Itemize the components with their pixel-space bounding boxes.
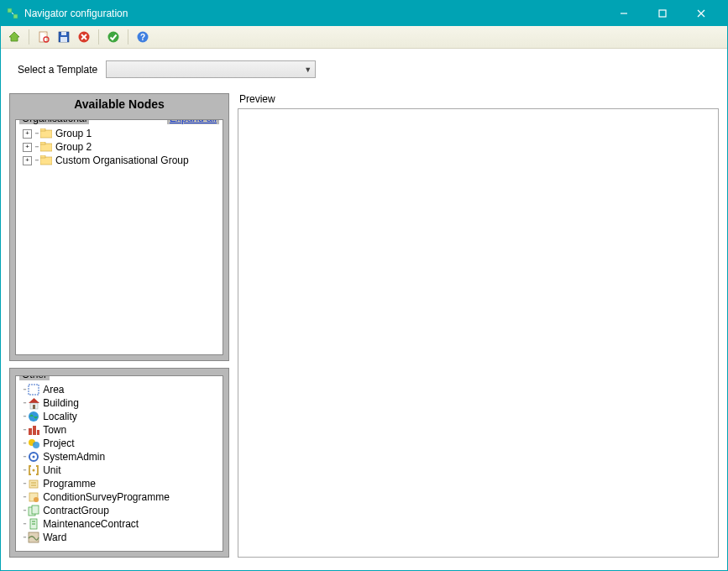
tree-node-label: Area	[43, 383, 64, 396]
svg-point-36	[33, 456, 35, 458]
svg-rect-44	[32, 506, 39, 514]
svg-rect-30	[29, 428, 32, 435]
preview-pane	[238, 108, 719, 558]
new-file-icon	[37, 30, 50, 44]
template-select[interactable]: ▼	[106, 60, 316, 78]
expand-toggle[interactable]: +	[23, 129, 32, 139]
other-panel: Other ···· Area ···· Buildi	[9, 368, 229, 558]
delete-icon	[77, 30, 91, 44]
svg-point-34	[33, 442, 39, 448]
organisational-group: Organisational Expand all + ····· Group …	[15, 119, 223, 355]
new-button[interactable]	[35, 29, 52, 45]
save-icon	[57, 30, 71, 44]
tree-node-label: Ward	[43, 531, 66, 544]
tree-node-label: Group 2	[55, 140, 92, 154]
tree-connector: ·····	[34, 140, 38, 154]
tree-node-label: Custom Organisational Group	[55, 154, 189, 167]
separator	[98, 29, 99, 45]
tree-connector: ····	[23, 396, 25, 410]
tree-node[interactable]: ···· SystemAdmin	[19, 450, 219, 464]
template-row: Select a Template ▼	[1, 49, 727, 86]
other-group: Other ···· Area ···· Buildi	[15, 375, 223, 552]
svg-rect-23	[40, 157, 52, 165]
check-icon	[107, 30, 120, 44]
area-icon	[27, 383, 40, 396]
tree-node-label: Group 1	[55, 127, 92, 140]
tree-connector: ····	[23, 464, 25, 477]
tree-connector: ····	[23, 437, 25, 450]
tree-connector: ····	[23, 410, 25, 423]
titlebar: Navigator configuration	[1, 1, 727, 26]
tree-node[interactable]: ···· Programme	[19, 477, 219, 490]
tree-node-label: Unit	[43, 464, 60, 477]
tree-node-label: Programme	[43, 477, 96, 490]
svg-rect-12	[60, 37, 67, 42]
svg-rect-1	[13, 14, 18, 18]
expand-toggle[interactable]: +	[23, 143, 32, 152]
separator	[29, 29, 29, 45]
folder-icon	[39, 140, 53, 154]
contract-icon	[27, 517, 40, 531]
tree-node[interactable]: ···· Locality	[19, 410, 219, 423]
expand-toggle[interactable]: +	[23, 156, 32, 165]
tree-node[interactable]: ···· ConditionSurveyProgramme	[19, 490, 219, 504]
tree-node[interactable]: ···· ContractGroup	[19, 504, 219, 517]
tree-node[interactable]: ···· Building	[19, 396, 219, 410]
svg-marker-26	[29, 398, 39, 403]
close-button[interactable]	[682, 1, 720, 26]
help-button[interactable]: ?	[134, 29, 151, 45]
other-tree: ···· Area ···· Building ··	[19, 383, 219, 544]
tree-node-label: Project	[43, 437, 74, 450]
tree-node[interactable]: + ····· Group 1	[19, 127, 219, 140]
tree-node[interactable]: ···· Area	[19, 383, 219, 396]
svg-rect-21	[40, 144, 52, 151]
svg-marker-7	[9, 32, 19, 41]
tree-node[interactable]: ···· Town	[19, 423, 219, 437]
svg-text:?: ?	[140, 33, 145, 42]
available-nodes-header: Available Nodes	[15, 96, 223, 114]
house-icon	[27, 396, 40, 410]
globe-icon	[27, 410, 40, 423]
delete-button[interactable]	[76, 29, 92, 45]
svg-rect-25	[29, 385, 39, 395]
app-icon	[6, 7, 19, 20]
window-title: Navigator configuration	[24, 8, 605, 19]
svg-line-2	[12, 13, 13, 14]
tree-node-label: MaintenanceContract	[43, 517, 139, 531]
minimize-button[interactable]	[605, 1, 643, 26]
home-button[interactable]	[6, 29, 23, 45]
svg-point-37	[33, 469, 35, 472]
maximize-button[interactable]	[643, 1, 682, 26]
tree-connector: ····	[23, 383, 25, 396]
tree-connector: ····	[23, 504, 25, 517]
save-button[interactable]	[55, 29, 72, 45]
svg-rect-31	[33, 426, 36, 435]
other-label: Other	[19, 375, 50, 380]
tree-node-label: Locality	[43, 410, 77, 423]
tree-node[interactable]: + ····· Custom Organisational Group	[19, 154, 219, 167]
gear-icon	[27, 450, 40, 464]
expand-all-link[interactable]: Expand all	[167, 119, 219, 124]
project-icon	[27, 437, 40, 450]
svg-rect-22	[40, 142, 45, 144]
tree-connector: ····	[23, 531, 25, 544]
svg-rect-28	[33, 405, 35, 409]
contract-group-icon	[27, 504, 40, 517]
tree-node[interactable]: ···· Ward	[19, 531, 219, 544]
tree-connector: ····	[23, 477, 25, 490]
apply-button[interactable]	[105, 29, 122, 45]
folder-icon	[39, 154, 53, 167]
tree-node-label: Town	[43, 423, 66, 437]
available-nodes-panel: Available Nodes Organisational Expand al…	[9, 93, 229, 361]
tree-node[interactable]: ···· Project	[19, 437, 219, 450]
tree-node[interactable]: ···· Unit	[19, 464, 219, 477]
tree-node[interactable]: + ····· Group 2	[19, 140, 219, 154]
tree-connector: ·····	[34, 127, 38, 140]
tree-connector: ····	[23, 490, 25, 504]
tree-connector: ····	[23, 450, 25, 464]
town-icon	[27, 423, 40, 437]
tree-node[interactable]: ···· MaintenanceContract	[19, 517, 219, 531]
chevron-down-icon: ▼	[304, 65, 312, 74]
template-label: Select a Template	[18, 64, 97, 76]
svg-point-42	[34, 497, 39, 502]
